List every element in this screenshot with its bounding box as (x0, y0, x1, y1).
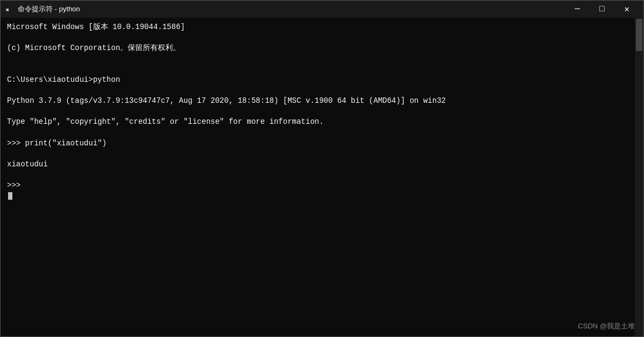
cmd-icon: ■ (5, 5, 13, 13)
window-title: 命令提示符 - python (18, 4, 80, 14)
title-bar-left: ■ 命令提示符 - python (5, 4, 80, 14)
scrollbar-thumb[interactable] (636, 19, 642, 51)
console-line: Type "help", "copyright", "credits" or "… (7, 117, 637, 128)
console-line: C:\Users\xiaotudui>python (7, 75, 637, 86)
svg-text:■: ■ (6, 7, 9, 13)
cursor (8, 192, 12, 200)
console-line: (c) Microsoft Corporation。保留所有权利。 (7, 43, 637, 54)
console-area[interactable]: Microsoft Windows [版本 10.0.19044.1586] (… (1, 18, 643, 336)
console-line: Python 3.7.9 (tags/v3.7.9:13c94747c7, Au… (7, 96, 637, 107)
console-line: >>> print("xiaotudui") (7, 138, 637, 149)
watermark: CSDN @我是土堆 (578, 321, 635, 331)
console-prompt: >>> (7, 180, 637, 191)
window-controls: ─ □ ✕ (565, 1, 639, 18)
cmd-window: ■ 命令提示符 - python ─ □ ✕ Microsoft Windows… (0, 0, 644, 337)
console-line-output: xiaotudui (7, 159, 637, 170)
scrollbar[interactable] (635, 18, 643, 336)
minimize-button[interactable]: ─ (565, 1, 590, 18)
close-button[interactable]: ✕ (614, 1, 639, 18)
console-line: Microsoft Windows [版本 10.0.19044.1586] (7, 22, 637, 33)
maximize-button[interactable]: □ (590, 1, 614, 18)
title-bar: ■ 命令提示符 - python ─ □ ✕ (1, 1, 643, 18)
